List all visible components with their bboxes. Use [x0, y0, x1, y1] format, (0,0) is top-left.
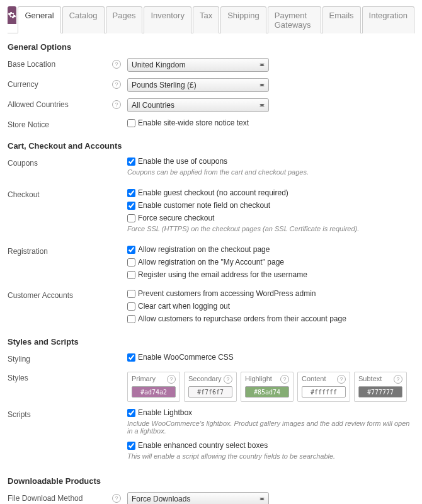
label-styles: Styles: [8, 374, 28, 382]
help-icon[interactable]: ?: [337, 375, 346, 384]
swatch-subtext: Subtext?#777777: [354, 372, 407, 402]
check-guest-checkout[interactable]: Enable guest checkout (no account requir…: [127, 188, 414, 197]
tab-payment-gateways[interactable]: Payment Gateways: [268, 6, 321, 33]
select-currency[interactable]: Pounds Sterling (£): [127, 78, 269, 92]
gear-tab[interactable]: [8, 6, 16, 24]
tab-integration[interactable]: Integration: [362, 6, 414, 33]
help-icon[interactable]: ?: [280, 375, 289, 384]
check-woocommerce-css[interactable]: Enable WooCommerce CSS: [127, 353, 414, 362]
row-store-notice: Store Notice Enable site-wide store noti…: [8, 118, 414, 131]
check-reg-account[interactable]: Allow registration on the "My Account" p…: [127, 258, 414, 266]
checkbox-country-select[interactable]: [127, 442, 135, 450]
label-checkout: Checkout: [8, 190, 40, 199]
checkbox-repurchase[interactable]: [127, 315, 135, 323]
check-prevent-admin[interactable]: Prevent customers from accessing WordPre…: [127, 289, 414, 298]
swatch-secondary: Secondary?#f7f6f7: [184, 372, 237, 402]
check-clear-cart[interactable]: Clear cart when logging out: [127, 302, 414, 311]
swatch-name: Secondary: [188, 375, 222, 384]
checkbox-force-secure[interactable]: [127, 214, 135, 222]
tab-tax[interactable]: Tax: [193, 6, 219, 33]
help-icon[interactable]: ?: [112, 80, 121, 89]
color-swatch-highlight[interactable]: #85ad74: [245, 386, 289, 398]
check-repurchase[interactable]: Allow customers to repurchase orders fro…: [127, 314, 414, 323]
swatch-name: Primary: [132, 375, 156, 384]
section-heading-styles: Styles and Scripts: [8, 337, 414, 346]
checkbox-prevent-admin[interactable]: [127, 290, 135, 298]
check-lightbox[interactable]: Enable Lightbox: [127, 408, 414, 417]
row-customer-accounts: Customer Accounts Prevent customers from…: [8, 289, 414, 327]
select-base-location[interactable]: United Kingdom: [127, 58, 269, 72]
check-customer-note[interactable]: Enable customer note field on checkout: [127, 201, 414, 210]
gear-icon: [8, 11, 16, 20]
color-swatch-secondary[interactable]: #f7f6f7: [188, 386, 232, 398]
help-icon[interactable]: ?: [112, 100, 121, 109]
tab-general[interactable]: General: [18, 6, 60, 33]
checkbox-reg-account[interactable]: [127, 258, 135, 266]
check-force-secure[interactable]: Force secure checkout: [127, 214, 414, 222]
label-store-notice: Store Notice: [8, 120, 49, 129]
help-icon[interactable]: ?: [112, 494, 121, 503]
select-allowed-countries[interactable]: All Countries: [127, 98, 269, 112]
row-scripts: Scripts Enable Lightbox Include WooComme…: [8, 408, 414, 466]
checkbox-reg-email-username[interactable]: [127, 271, 135, 279]
help-icon[interactable]: ?: [394, 375, 402, 384]
checkbox-coupons[interactable]: [127, 158, 135, 166]
row-allowed-countries: Allowed Countries ? All Countries: [8, 98, 414, 112]
label-registration: Registration: [8, 247, 48, 256]
help-icon[interactable]: ?: [167, 375, 176, 384]
checkbox-label: Force secure checkout: [138, 214, 214, 222]
check-reg-email-username[interactable]: Register using the email address for the…: [127, 270, 414, 279]
checkbox-customer-note[interactable]: [127, 202, 135, 210]
checkbox-woocommerce-css[interactable]: [127, 353, 135, 362]
checkbox-store-notice[interactable]: [127, 119, 135, 127]
checkbox-guest-checkout[interactable]: [127, 189, 135, 197]
color-swatch-subtext[interactable]: #777777: [358, 386, 402, 398]
swatch-highlight: Highlight?#85ad74: [241, 372, 294, 402]
check-reg-checkout[interactable]: Allow registration on the checkout page: [127, 245, 414, 254]
checkbox-clear-cart[interactable]: [127, 302, 135, 311]
help-icon[interactable]: ?: [112, 60, 121, 69]
tab-emails[interactable]: Emails: [322, 6, 361, 33]
color-swatch-primary[interactable]: #ad74a2: [132, 386, 176, 398]
tab-inventory[interactable]: Inventory: [144, 6, 191, 33]
check-country-select[interactable]: Enable enhanced country select boxes: [127, 441, 414, 450]
label-scripts: Scripts: [8, 410, 31, 419]
tab-shipping[interactable]: Shipping: [220, 6, 266, 33]
checkbox-label: Enable the use of coupons: [138, 157, 227, 166]
checkbox-label: Enable site-wide store notice text: [138, 118, 249, 127]
label-download-method: File Download Method: [8, 494, 83, 503]
checkbox-label: Allow customers to repurchase orders fro…: [138, 314, 346, 323]
label-coupons: Coupons: [8, 159, 38, 168]
swatch-primary: Primary?#ad74a2: [127, 372, 180, 402]
checkbox-label: Allow registration on the checkout page: [138, 245, 270, 254]
checkbox-reg-checkout[interactable]: [127, 246, 135, 254]
row-checkout: Checkout Enable guest checkout (no accou…: [8, 188, 414, 239]
checkbox-label: Enable Lightbox: [138, 408, 192, 417]
checkbox-label: Register using the email address for the…: [138, 270, 307, 279]
row-styling: Styling Enable WooCommerce CSS: [8, 353, 414, 365]
swatches-container: Primary?#ad74a2Secondary?#f7f6f7Highligh…: [127, 372, 414, 402]
check-store-notice[interactable]: Enable site-wide store notice text: [127, 118, 414, 127]
row-coupons: Coupons Enable the use of coupons Coupon…: [8, 157, 414, 182]
label-allowed-countries: Allowed Countries: [8, 100, 69, 109]
section-heading-cart: Cart, Checkout and Accounts: [8, 141, 414, 151]
section-heading-general: General Options: [8, 42, 414, 52]
desc-country-select: This will enable a script allowing the c…: [127, 452, 414, 460]
checkbox-label: Clear cart when logging out: [138, 302, 230, 311]
select-download-method[interactable]: Force Downloads: [127, 492, 269, 504]
desc-lightbox: Include WooCommerce's lightbox. Product …: [127, 420, 414, 435]
check-coupons[interactable]: Enable the use of coupons: [127, 157, 414, 166]
checkbox-lightbox[interactable]: [127, 409, 135, 417]
tab-pages[interactable]: Pages: [106, 6, 143, 33]
row-styles: Styles Primary?#ad74a2Secondary?#f7f6f7H…: [8, 372, 414, 402]
color-swatch-content[interactable]: #ffffff: [302, 386, 346, 398]
row-download-method: File Download Method ? Force Downloads: [8, 492, 414, 504]
checkbox-label: Enable customer note field on checkout: [138, 201, 270, 210]
swatch-content: Content?#ffffff: [297, 372, 350, 402]
desc-checkout-ssl: Force SSL (HTTPS) on the checkout pages …: [127, 225, 414, 232]
tabs-bar: GeneralCatalogPagesInventoryTaxShippingP…: [8, 6, 414, 33]
tab-catalog[interactable]: Catalog: [62, 6, 105, 33]
checkbox-label: Enable enhanced country select boxes: [138, 441, 268, 450]
help-icon[interactable]: ?: [224, 375, 232, 384]
label-base-location: Base Location: [8, 60, 55, 69]
